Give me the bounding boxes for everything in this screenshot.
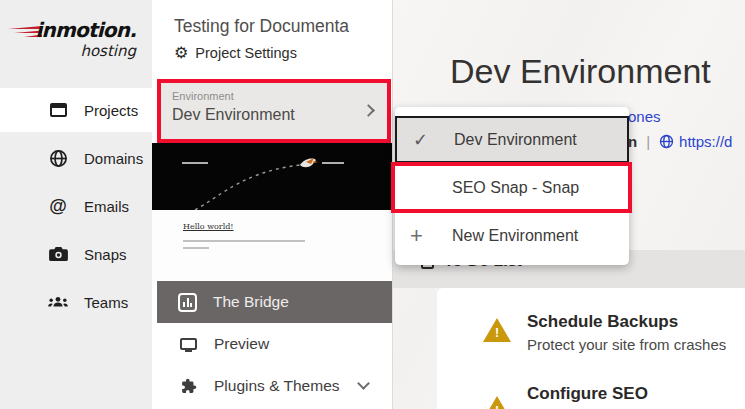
- globe-icon: [48, 148, 68, 168]
- preview-text-line: [183, 247, 209, 249]
- warning-icon: !: [483, 318, 511, 342]
- sidebar-item-domains[interactable]: Domains: [0, 136, 152, 180]
- preview-headline: Hello world!: [183, 222, 234, 231]
- preview-text-line: [183, 240, 305, 242]
- todo-item-title[interactable]: Schedule Backups: [527, 312, 678, 332]
- environment-value: Dev Environment: [172, 106, 295, 124]
- menu-item-the-bridge[interactable]: The Bridge: [157, 281, 392, 323]
- inmotion-hosting-logo: inmotion. hosting: [6, 12, 146, 64]
- project-panel: Testing for Documenta ⚙ Project Settings…: [152, 0, 393, 409]
- project-title: Testing for Documenta: [174, 16, 390, 37]
- milestones-link-fragment[interactable]: ones: [628, 108, 661, 125]
- site-preview-thumbnail[interactable]: Hello world!: [152, 143, 392, 280]
- people-group-icon: [48, 292, 68, 312]
- puzzle-piece-icon: [178, 376, 198, 396]
- sidebar-item-emails[interactable]: @ Emails: [0, 184, 152, 228]
- dropdown-item-label: New Environment: [452, 227, 578, 245]
- preview-bird-illustration: [152, 143, 392, 210]
- page-title: Dev Environment: [450, 52, 711, 91]
- todo-item-title[interactable]: Configure SEO: [527, 384, 648, 404]
- dropdown-item-dev-environment[interactable]: ✓ Dev Environment: [395, 116, 629, 163]
- environment-selector[interactable]: Environment Dev Environment: [157, 79, 391, 143]
- project-settings-label: Project Settings: [195, 45, 297, 61]
- dropdown-item-new-environment[interactable]: + New Environment: [395, 213, 629, 259]
- plus-icon: +: [410, 223, 423, 249]
- bar-chart-icon: [178, 293, 197, 312]
- sidebar-item-label: Snaps: [84, 246, 127, 263]
- app-window: inmotion. hosting Projects Domains @ Ema…: [0, 0, 745, 409]
- todo-item-description: Protect your site from crashes: [527, 336, 726, 353]
- monitor-icon: [178, 334, 198, 354]
- project-settings-link[interactable]: ⚙ Project Settings: [174, 45, 297, 61]
- chevron-right-icon: [362, 104, 375, 117]
- dropdown-item-label: Dev Environment: [454, 131, 577, 149]
- check-icon: ✓: [413, 129, 428, 151]
- logo-sub-wordmark: hosting: [80, 42, 136, 60]
- menu-item-label: The Bridge: [213, 293, 289, 311]
- sidebar-item-label: Teams: [84, 294, 128, 311]
- primary-sidebar: inmotion. hosting Projects Domains @ Ema…: [0, 0, 152, 409]
- divider: |: [646, 133, 650, 150]
- menu-item-label: Plugins & Themes: [214, 377, 340, 395]
- environment-dropdown-menu: ✓ Dev Environment SEO Snap - Snap + New …: [395, 107, 629, 265]
- warning-icon: !: [483, 396, 511, 409]
- domain-text-fragment: n: [628, 133, 637, 150]
- sidebar-item-label: Emails: [84, 198, 129, 215]
- domain-url-row: n | https://d: [628, 133, 732, 150]
- logo-wordmark: inmotion.: [6, 18, 146, 42]
- menu-item-label: Preview: [214, 335, 269, 353]
- menu-item-plugins-themes[interactable]: Plugins & Themes: [157, 365, 392, 407]
- sidebar-item-label: Domains: [84, 150, 143, 167]
- sidebar-item-teams[interactable]: Teams: [0, 280, 152, 324]
- menu-item-preview[interactable]: Preview: [157, 323, 392, 365]
- preview-nav-left: [182, 162, 208, 164]
- todo-card: ! Schedule Backups Protect your site fro…: [437, 288, 745, 409]
- gear-icon: ⚙: [174, 45, 188, 61]
- sidebar-item-label: Projects: [84, 102, 138, 119]
- environment-label: Environment: [172, 90, 234, 102]
- url-text: https://d: [679, 133, 732, 150]
- dropdown-item-seo-snap[interactable]: SEO Snap - Snap: [395, 163, 629, 213]
- chevron-down-icon[interactable]: [357, 377, 370, 390]
- camera-icon: [48, 244, 68, 264]
- dropdown-item-label: SEO Snap - Snap: [452, 179, 579, 197]
- site-preview-hero: [152, 143, 392, 210]
- site-preview-body: Hello world!: [152, 210, 392, 280]
- globe-link-icon: [659, 134, 674, 149]
- sidebar-item-snaps[interactable]: Snaps: [0, 232, 152, 276]
- projects-window-icon: [48, 100, 68, 120]
- site-url-link[interactable]: https://d: [659, 133, 732, 150]
- at-sign-icon: @: [48, 196, 68, 216]
- preview-nav-right: [322, 162, 344, 164]
- sidebar-item-projects[interactable]: Projects: [0, 88, 152, 132]
